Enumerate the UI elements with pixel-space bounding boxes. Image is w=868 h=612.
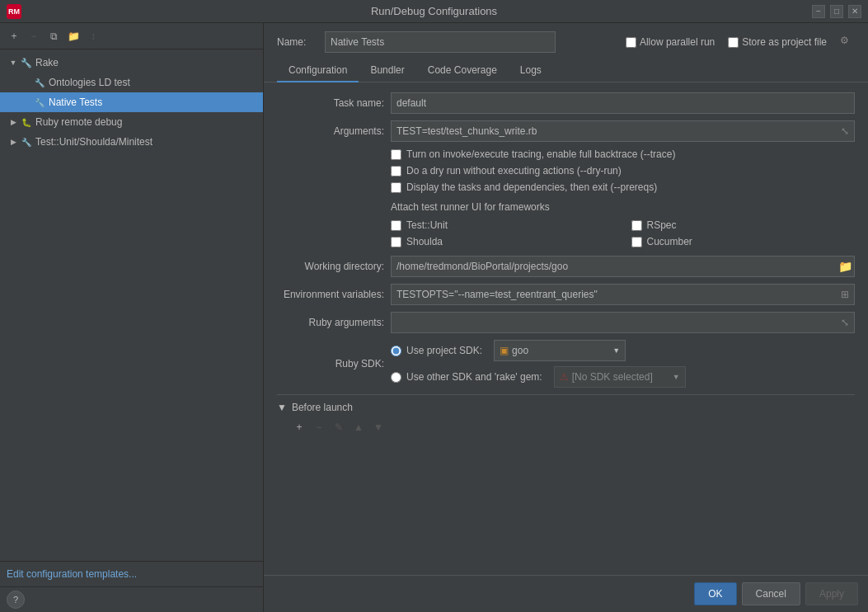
ruby-args-expand-icon[interactable]: ⤡ xyxy=(837,314,853,331)
project-sdk-value: goo xyxy=(512,345,528,356)
cancel-button[interactable]: Cancel xyxy=(742,582,800,605)
sidebar-item-native-tests[interactable]: ▶ 🔧 Native Tests xyxy=(0,92,263,112)
framework-shoulda[interactable]: Shoulda xyxy=(391,236,615,247)
arguments-row: Arguments: ⤡ xyxy=(277,120,855,142)
title-bar: RM Run/Debug Configurations − □ ✕ xyxy=(0,0,868,23)
prereqs-label: Display the tasks and dependencies, then… xyxy=(406,181,657,193)
framework-rspec-checkbox[interactable] xyxy=(631,220,642,231)
framework-cucumber-checkbox[interactable] xyxy=(631,237,642,247)
move-to-folder-button[interactable]: 📁 xyxy=(64,27,82,45)
before-launch-edit-button[interactable]: ✎ xyxy=(330,418,348,436)
sidebar-item-native-tests-label: Native Tests xyxy=(49,97,260,108)
maximize-button[interactable]: □ xyxy=(830,5,843,18)
dry-run-label: Do a dry run without executing actions (… xyxy=(406,165,622,177)
name-input[interactable] xyxy=(325,31,556,53)
close-button[interactable]: ✕ xyxy=(848,5,861,18)
arguments-wrapper: ⤡ xyxy=(391,120,855,142)
other-sdk-dropdown[interactable]: ⚠ [No SDK selected] ▼ xyxy=(554,366,686,388)
copy-config-button[interactable]: ⧉ xyxy=(45,27,63,45)
right-panel: Name: Allow parallel run Store as projec… xyxy=(264,23,868,612)
sidebar-item-ruby-remote-debug[interactable]: ▶ 🐛 Ruby remote debug xyxy=(0,112,263,132)
name-row: Name: Allow parallel run Store as projec… xyxy=(264,23,868,59)
working-dir-label: Working directory: xyxy=(277,261,384,272)
sidebar: + − ⧉ 📁 ↕ ▼ 🔧 Rake ▶ 🔧 Ontologies LD tes… xyxy=(0,23,264,612)
before-launch-toolbar: + − ✎ ▲ ▼ xyxy=(290,418,855,436)
before-launch-move-down-button[interactable]: ▼ xyxy=(369,418,387,436)
ok-button[interactable]: OK xyxy=(694,582,736,605)
no-sdk-value: [No SDK selected] xyxy=(572,371,653,383)
ruby-sdk-row: Ruby SDK: Use project SDK: ▣ goo ▼ Use o xyxy=(277,340,855,388)
tab-logs[interactable]: Logs xyxy=(509,59,553,82)
framework-shoulda-checkbox[interactable] xyxy=(391,237,401,247)
minimize-button[interactable]: − xyxy=(812,5,825,18)
task-name-input[interactable] xyxy=(391,92,855,114)
name-label: Name: xyxy=(277,36,318,48)
framework-cucumber[interactable]: Cucumber xyxy=(631,236,856,247)
bottom-bar: OK Cancel Apply xyxy=(264,575,868,612)
allow-parallel-checkbox-item[interactable]: Allow parallel run xyxy=(626,36,715,48)
use-other-sdk-radio[interactable] xyxy=(391,372,401,383)
sidebar-bottom: Edit configuration templates... xyxy=(0,561,263,586)
working-dir-input[interactable] xyxy=(391,256,855,277)
arguments-input[interactable] xyxy=(391,120,855,142)
prereqs-checkbox[interactable] xyxy=(391,182,401,193)
prereqs-checkbox-row: Display the tasks and dependencies, then… xyxy=(277,181,855,193)
ruby-args-label: Ruby arguments: xyxy=(277,317,384,328)
trace-checkbox[interactable] xyxy=(391,149,401,160)
sidebar-item-rake[interactable]: ▼ 🔧 Rake xyxy=(0,53,263,73)
tab-bundler[interactable]: Bundler xyxy=(359,59,415,82)
apply-button[interactable]: Apply xyxy=(805,582,858,605)
framework-test-unit-checkbox[interactable] xyxy=(391,220,401,231)
tab-configuration[interactable]: Configuration xyxy=(277,59,359,82)
tab-code-coverage[interactable]: Code Coverage xyxy=(416,59,509,82)
before-launch-header[interactable]: ▼ Before launch xyxy=(277,402,855,413)
sort-button[interactable]: ↕ xyxy=(84,27,102,45)
gear-icon[interactable]: ⚙ xyxy=(840,35,855,49)
store-project-checkbox[interactable] xyxy=(728,37,739,48)
before-launch-remove-button[interactable]: − xyxy=(310,418,328,436)
framework-rspec[interactable]: RSpec xyxy=(631,219,856,231)
add-config-button[interactable]: + xyxy=(5,27,23,45)
working-dir-wrapper: 📁 xyxy=(391,256,855,277)
project-sdk-dropdown[interactable]: ▣ goo ▼ xyxy=(494,340,626,361)
dry-run-checkbox[interactable] xyxy=(391,166,401,177)
config-icon-ontologies: 🔧 xyxy=(33,76,46,89)
config-icon-test-unit: 🔧 xyxy=(20,135,33,148)
sdk-dropdown-icon: ▣ xyxy=(500,345,509,356)
ruby-sdk-label: Ruby SDK: xyxy=(277,358,384,370)
allow-parallel-label: Allow parallel run xyxy=(640,36,715,48)
expand-test-unit-icon: ▶ xyxy=(7,135,20,148)
env-vars-expand-icon[interactable]: ⊞ xyxy=(837,286,853,303)
config-tree: ▼ 🔧 Rake ▶ 🔧 Ontologies LD test ▶ 🔧 Nati… xyxy=(0,49,263,561)
window-title: Run/Debug Configurations xyxy=(371,5,497,17)
ruby-args-input[interactable] xyxy=(391,312,855,333)
allow-parallel-checkbox[interactable] xyxy=(626,37,636,48)
store-project-checkbox-item[interactable]: Store as project file xyxy=(728,36,827,48)
sidebar-item-ontologies[interactable]: ▶ 🔧 Ontologies LD test xyxy=(0,73,263,92)
env-vars-row: Environment variables: ⊞ xyxy=(277,284,855,305)
env-vars-wrapper: ⊞ xyxy=(391,284,855,305)
before-launch-expand-icon: ▼ xyxy=(277,402,287,413)
task-name-row: Task name: xyxy=(277,92,855,114)
expand-ruby-debug-icon: ▶ xyxy=(7,115,20,129)
before-launch-add-button[interactable]: + xyxy=(290,418,308,436)
use-other-sdk-row: Use other SDK and 'rake' gem: ⚠ [No SDK … xyxy=(391,366,686,388)
remove-config-button[interactable]: − xyxy=(25,27,43,45)
working-dir-folder-icon[interactable]: 📁 xyxy=(837,258,853,275)
use-project-sdk-label: Use project SDK: xyxy=(406,345,482,356)
arguments-expand-icon[interactable]: ⤡ xyxy=(837,123,853,139)
sidebar-item-ruby-remote-debug-label: Ruby remote debug xyxy=(35,116,260,128)
env-vars-input[interactable] xyxy=(391,284,855,305)
trace-label: Turn on invoke/execute tracing, enable f… xyxy=(406,148,675,160)
trace-checkbox-row: Turn on invoke/execute tracing, enable f… xyxy=(277,148,855,160)
edit-templates-link[interactable]: Edit configuration templates... xyxy=(7,568,137,580)
framework-test-unit[interactable]: Test::Unit xyxy=(391,219,615,231)
help-button[interactable]: ? xyxy=(7,591,25,609)
before-launch-move-up-button[interactable]: ▲ xyxy=(350,418,368,436)
no-sdk-icon: ⚠ xyxy=(560,371,569,383)
app-logo: RM xyxy=(7,4,21,19)
use-project-sdk-radio[interactable] xyxy=(391,346,401,356)
framework-shoulda-label: Shoulda xyxy=(406,236,443,247)
sidebar-item-test-unit[interactable]: ▶ 🔧 Test::Unit/Shoulda/Minitest xyxy=(0,132,263,152)
config-content: Task name: Arguments: ⤡ Turn on invoke/e… xyxy=(264,82,868,575)
